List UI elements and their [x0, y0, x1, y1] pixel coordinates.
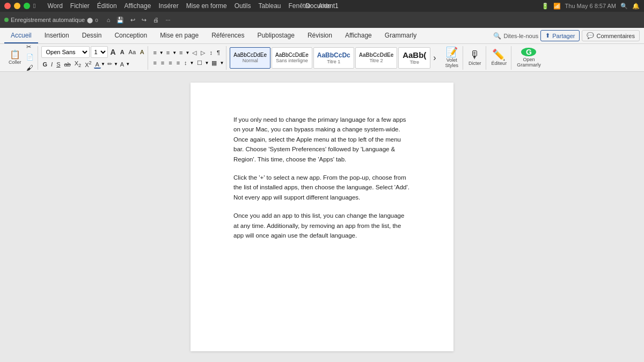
editeur-button[interactable]: ✏️ Éditeur [489, 47, 509, 69]
pilcrow-button[interactable]: ¶ [215, 48, 222, 57]
dicter-button[interactable]: 🎙 Dicter [466, 47, 484, 69]
align-center-button[interactable]: ≡ [159, 58, 166, 67]
style-normal[interactable]: AaBbCcDdEe Normal [230, 47, 270, 69]
ribbon-tabs: Accueil Insertion Dessin Conception Mise… [0, 28, 644, 44]
close-button[interactable] [4, 3, 11, 9]
menu-bar:  Word Fichier Édition Affichage Insérer… [30, 1, 541, 11]
numbered-dropdown[interactable]: ▼ [172, 50, 177, 55]
style-t2-preview: AaBbCcDdEe [359, 52, 393, 58]
document-title: Document1 [305, 2, 338, 10]
menu-outils[interactable]: Outils [231, 1, 254, 11]
tab-grammarly[interactable]: Grammarly [378, 28, 423, 43]
highlight-dropdown[interactable]: ▼ [114, 62, 118, 67]
highlight-button[interactable]: ✏ [106, 60, 114, 69]
subscript-button[interactable]: X2 [73, 59, 83, 69]
font-color-dropdown[interactable]: ▼ [101, 62, 105, 67]
search-system-icon[interactable]: 🔍 [620, 3, 628, 10]
font-name-select[interactable]: Open Sans [41, 46, 90, 58]
print-button[interactable]: 🖨 [151, 16, 161, 25]
menu-word[interactable]: Word [44, 1, 65, 11]
superscript-button[interactable]: X2 [83, 59, 93, 69]
share-button[interactable]: ⬆ Partager [540, 30, 580, 41]
bullet-list-button[interactable]: ≡ [151, 48, 158, 57]
style-titre1[interactable]: AaBbCcDc Titre 1 [313, 47, 354, 69]
save-button[interactable]: 💾 [114, 16, 126, 25]
increase-indent-button[interactable]: ▷ [199, 48, 207, 57]
multilevel-list-button[interactable]: ≡ [178, 48, 184, 57]
cut-button[interactable]: ✂ [25, 42, 35, 51]
wifi-icon: 📶 [553, 3, 561, 10]
minimize-button[interactable] [14, 3, 20, 9]
text-color-button[interactable]: A [119, 60, 126, 69]
menu-affichage[interactable]: Affichage [121, 1, 155, 11]
volet-styles-button[interactable]: 📝 Volet Styles [443, 47, 461, 69]
font-size-select[interactable]: 12 [91, 46, 108, 58]
paragraph-2[interactable]: Click the '+' to select a new app. From … [233, 173, 411, 202]
menu-tableau[interactable]: Tableau [255, 1, 284, 11]
align-right-button[interactable]: ≡ [167, 58, 173, 67]
open-grammarly-button[interactable]: G Open Grammarly [515, 47, 543, 69]
border-dropdown[interactable]: ▼ [219, 61, 224, 65]
home-button[interactable]: ⌂ [105, 16, 113, 25]
copy-button[interactable]: 📄 [25, 53, 35, 62]
redo-button[interactable]: ↩ [140, 16, 149, 25]
tab-affichage[interactable]: Affichage [339, 28, 378, 43]
underline-button[interactable]: S [55, 60, 62, 69]
window-controls [4, 3, 30, 9]
dites-icon: 🔍 [493, 32, 501, 40]
align-left-button[interactable]: ≡ [151, 58, 158, 67]
styles-more-button[interactable]: › [431, 52, 437, 64]
text-color-dropdown[interactable]: ▼ [126, 62, 130, 67]
font-color-button[interactable]: A [94, 60, 101, 69]
autosave-dot [4, 18, 9, 22]
menu-miseenforme[interactable]: Mise en forme [183, 1, 230, 11]
tab-publipostage[interactable]: Publipostage [251, 28, 301, 43]
bold-button[interactable]: G [41, 60, 49, 69]
tab-dessin[interactable]: Dessin [76, 28, 108, 43]
font-shrink-button[interactable]: A [119, 48, 126, 56]
style-titre2[interactable]: AaBbCcDdEe Titre 2 [355, 47, 397, 69]
quick-access-toolbar: Enregistrement automatique ⬤ o ⌂ 💾 ↩ ↩ 🖨… [0, 12, 644, 28]
comments-button[interactable]: 💬 Commentaires [582, 30, 640, 41]
autosave-toggle[interactable]: ⬤ [87, 17, 93, 23]
multilevel-dropdown[interactable]: ▼ [186, 50, 190, 55]
share-label: Partager [552, 33, 575, 39]
notification-icon[interactable]: 🔔 [632, 3, 640, 10]
paragraph-3[interactable]: Once you add an app to this list, you ca… [233, 211, 411, 240]
shading-button[interactable]: ☐ [195, 58, 204, 68]
text-effect-button[interactable]: A [138, 48, 145, 56]
menu-edition[interactable]: Édition [94, 1, 120, 11]
maximize-button[interactable] [24, 3, 30, 9]
menu-fichier[interactable]: Fichier [67, 1, 93, 11]
shading-dropdown[interactable]: ▼ [205, 61, 209, 65]
style-titre[interactable]: AaBb( Titre [398, 47, 430, 69]
decrease-indent-button[interactable]: ◁ [191, 48, 198, 57]
strikethrough-button[interactable]: ab [62, 60, 72, 69]
tab-revision[interactable]: Révision [301, 28, 339, 43]
document-page[interactable]: If you only need to change the primary l… [191, 83, 453, 351]
numbered-list-button[interactable]: ≡ [165, 48, 171, 57]
apple-menu[interactable]:  [30, 1, 39, 11]
align-justify-button[interactable]: ≡ [175, 58, 181, 67]
tab-insertion[interactable]: Insertion [38, 28, 76, 43]
tab-conception[interactable]: Conception [108, 28, 153, 43]
undo-button[interactable]: ↩ [128, 16, 137, 25]
font-grow-button[interactable]: A [109, 47, 118, 57]
line-spacing-button[interactable]: ↕ [182, 58, 189, 67]
dites-label[interactable]: Dites-le-nous [503, 33, 538, 39]
tab-miseenpage[interactable]: Mise en page [153, 28, 205, 43]
paragraph-1[interactable]: If you only need to change the primary l… [233, 115, 411, 164]
style-sans-interligne[interactable]: AaBbCcDdEe Sans interligne [272, 47, 312, 69]
more-button[interactable]: ··· [163, 16, 172, 25]
border-button[interactable]: ▦ [210, 58, 218, 68]
tab-accueil[interactable]: Accueil [4, 28, 38, 43]
italic-button[interactable]: I [49, 60, 54, 69]
line-spacing-dropdown[interactable]: ▼ [190, 61, 194, 65]
tab-references[interactable]: Références [205, 28, 251, 43]
paste-button[interactable]: 📋 Coller [6, 47, 24, 69]
sort-button[interactable]: ↕ [208, 48, 214, 57]
menu-inserer[interactable]: Insérer [155, 1, 181, 11]
format-painter-button[interactable]: 🖌 [25, 63, 35, 73]
bullet-dropdown[interactable]: ▼ [159, 50, 164, 55]
clear-format-button[interactable]: Aa [127, 48, 137, 56]
